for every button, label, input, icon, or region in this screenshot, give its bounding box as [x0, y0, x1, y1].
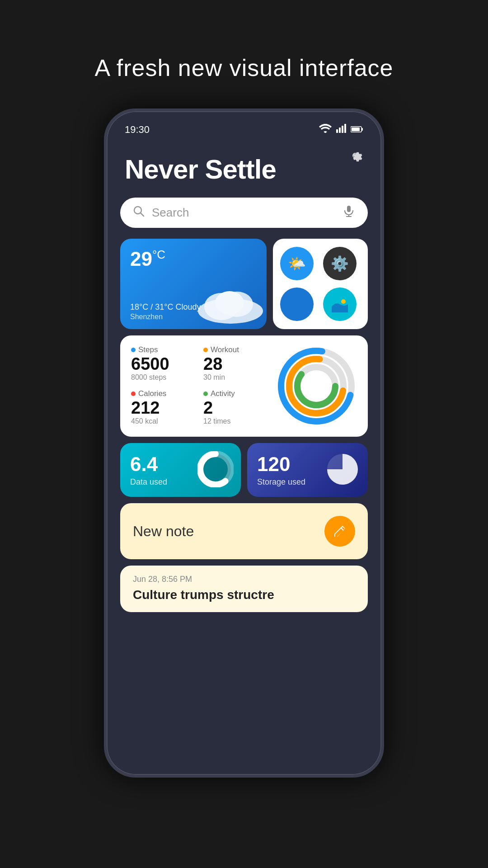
search-placeholder: Search	[152, 206, 335, 220]
svg-rect-1	[339, 127, 341, 133]
search-bar[interactable]: Search	[120, 198, 368, 228]
svg-rect-0	[336, 129, 338, 133]
svg-rect-5	[361, 128, 363, 131]
status-bar: 19:30	[107, 111, 381, 140]
app-icon-weather[interactable]: 🌤️	[280, 247, 314, 280]
health-stats: Steps 6500 8000 steps Workout 28 30 min …	[131, 345, 267, 427]
svg-rect-6	[352, 127, 360, 131]
phone-frame: 19:30	[104, 108, 384, 778]
status-time: 19:30	[125, 124, 150, 136]
svg-point-15	[215, 291, 244, 315]
hero-text: Never Settle	[107, 140, 381, 198]
data-used-chart	[197, 451, 234, 489]
svg-line-8	[141, 213, 144, 216]
health-donut-chart	[276, 345, 357, 427]
search-icon	[133, 205, 145, 220]
weather-range: 18°C / 31°C Cloudy	[130, 302, 201, 312]
app-icon-contacts[interactable]: 👤	[280, 288, 314, 321]
new-note-button[interactable]	[324, 516, 355, 547]
apps-widget: 🌤️ ⚙️ 👤	[273, 239, 368, 329]
weather-widget[interactable]: 29°C 18°C / 31°C Cloudy Shenzhen	[120, 239, 267, 329]
widget-row-1: 29°C 18°C / 31°C Cloudy Shenzhen 🌤️ ⚙️ 👤	[120, 239, 368, 329]
note-card-title: Culture trumps structre	[133, 588, 355, 602]
wifi-icon	[319, 124, 332, 136]
stat-activity: Activity 2 12 times	[203, 389, 267, 427]
note-card[interactable]: Jun 28, 8:56 PM Culture trumps structre	[120, 566, 368, 612]
storage-used-widget[interactable]: 120 Storage used	[247, 443, 368, 497]
svg-point-17	[341, 299, 346, 304]
stat-workout: Workout 28 30 min	[203, 345, 267, 383]
svg-line-29	[341, 528, 343, 530]
storage-used-chart	[324, 451, 361, 489]
stat-calories: Calories 212 450 kcal	[131, 389, 194, 427]
weather-temp: 29°C	[130, 248, 257, 270]
svg-rect-2	[342, 126, 343, 133]
health-widget: Steps 6500 8000 steps Workout 28 30 min …	[120, 335, 368, 437]
mic-icon[interactable]	[343, 205, 355, 221]
stat-steps: Steps 6500 8000 steps	[131, 345, 194, 383]
settings-button[interactable]	[347, 147, 363, 167]
weather-city: Shenzhen	[130, 313, 201, 321]
new-note-widget[interactable]: New note	[120, 503, 368, 559]
signal-icon	[336, 124, 346, 136]
new-note-label: New note	[133, 523, 194, 540]
data-row: 6.4 Data used 120 Storage used	[120, 443, 368, 497]
weather-info: 18°C / 31°C Cloudy Shenzhen	[130, 302, 201, 321]
note-card-date: Jun 28, 8:56 PM	[133, 575, 355, 584]
svg-point-24	[305, 375, 327, 397]
data-used-widget[interactable]: 6.4 Data used	[120, 443, 241, 497]
svg-rect-9	[347, 206, 351, 212]
svg-rect-3	[344, 124, 346, 133]
page-title: A fresh new visual interface	[95, 54, 394, 81]
app-icon-settings[interactable]: ⚙️	[323, 247, 357, 280]
battery-icon	[351, 124, 363, 136]
app-icon-theme[interactable]	[323, 288, 357, 321]
